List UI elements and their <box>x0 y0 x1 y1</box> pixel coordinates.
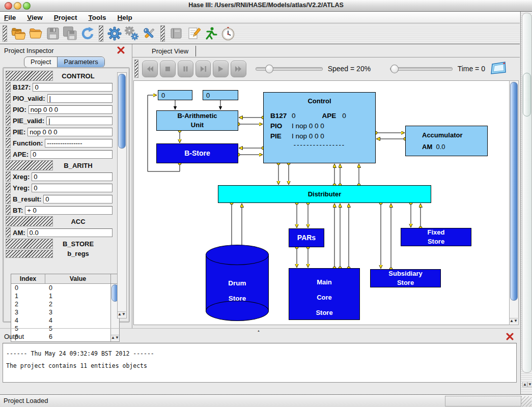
entity-drum-store[interactable]: DrumStore <box>206 254 269 311</box>
drag-handle[interactable] <box>6 216 53 226</box>
table-row[interactable]: 22 <box>11 300 110 308</box>
preferences-gears-icon[interactable] <box>124 26 139 41</box>
entity-main-core-store[interactable]: Main Core Store <box>289 268 360 320</box>
table-row[interactable]: 44 <box>11 316 110 325</box>
drag-handle[interactable] <box>6 104 11 114</box>
drag-handle[interactable] <box>6 127 11 137</box>
play-button[interactable] <box>213 61 229 77</box>
output-log[interactable]: ------ Thu May 24 09:32:49 BST 2012 ----… <box>3 343 517 383</box>
tools-icon[interactable] <box>142 26 157 41</box>
resize-grip[interactable] <box>521 396 531 406</box>
reload-icon[interactable] <box>80 26 95 41</box>
time-slider-thumb[interactable] <box>390 65 399 73</box>
tab-project-view[interactable]: Project View <box>145 46 196 56</box>
open-folder-icon[interactable] <box>28 26 43 41</box>
entity-b-arithmetic-unit[interactable]: B-ArithmeticUnit <box>156 110 238 131</box>
drag-handle[interactable] <box>6 93 11 103</box>
scroll-up-icon[interactable]: ▲ <box>510 318 514 323</box>
xreg-input[interactable] <box>32 172 113 181</box>
column-header-value[interactable]: Value <box>45 274 111 283</box>
function-input[interactable] <box>45 139 113 148</box>
project-inspector-title: Project Inspector <box>4 47 54 54</box>
speed-slider-thumb[interactable] <box>265 65 273 73</box>
entity-control[interactable]: Control B1270APE0 PIOI nop 0 0 0 PIEI no… <box>263 92 376 163</box>
scroll-up-icon[interactable]: ▲ <box>522 382 527 387</box>
menu-view[interactable]: View <box>21 14 48 21</box>
save-icon[interactable] <box>45 26 61 41</box>
speed-slider[interactable] <box>256 67 323 71</box>
drag-handle[interactable] <box>6 171 11 182</box>
menu-file[interactable]: File <box>0 14 21 21</box>
yreg-input[interactable] <box>32 184 113 192</box>
open-project-icon[interactable] <box>11 26 26 41</box>
drag-handle[interactable] <box>6 149 11 159</box>
drag-handle[interactable] <box>6 82 11 92</box>
scrollbar-thumb[interactable] <box>510 82 518 301</box>
pie-input[interactable] <box>27 128 113 136</box>
scrollbar-thumb[interactable] <box>523 73 531 117</box>
drag-handle[interactable] <box>6 115 11 126</box>
b-result-input[interactable] <box>43 195 113 204</box>
drag-handle[interactable] <box>6 183 11 193</box>
inspector-scrollbar[interactable]: ▲▼ <box>117 72 127 318</box>
drag-handle[interactable] <box>6 194 11 204</box>
scroll-down-icon[interactable]: ▼ <box>527 382 532 387</box>
drag-handle[interactable] <box>134 60 138 78</box>
model-diagram-canvas[interactable]: 0 0 B-ArithmeticUnit B-Store Control B12… <box>133 80 510 325</box>
ape-input[interactable] <box>31 150 113 159</box>
drag-handle[interactable] <box>6 227 11 238</box>
drag-handle[interactable] <box>6 250 53 258</box>
display-window-icon[interactable] <box>490 61 507 77</box>
table-row[interactable]: 11 <box>11 292 110 300</box>
pie-valid-input[interactable] <box>46 117 113 125</box>
library-book-icon[interactable] <box>169 26 184 41</box>
b127-input[interactable] <box>33 83 113 92</box>
table-row[interactable]: 33 <box>11 308 110 316</box>
status-bar: Project Loaded <box>0 394 532 407</box>
menu-project[interactable]: Project <box>48 14 83 21</box>
scroll-down-icon[interactable]: ▼ <box>514 318 518 323</box>
time-slider[interactable] <box>390 67 453 71</box>
output-close-icon[interactable] <box>506 333 514 340</box>
table-row[interactable]: 00 <box>11 284 110 292</box>
settings-gear-icon[interactable] <box>107 26 122 41</box>
run-icon[interactable] <box>203 26 218 41</box>
inspector-close-icon[interactable] <box>117 46 125 54</box>
entity-register-2[interactable]: 0 <box>203 90 238 100</box>
menu-help[interactable]: Help <box>112 14 138 21</box>
am-input[interactable] <box>27 228 113 237</box>
tab-project[interactable]: Project <box>24 57 57 67</box>
drag-handle[interactable] <box>6 138 11 148</box>
column-header-index[interactable]: Index <box>11 274 45 283</box>
scrollbar-thumb[interactable] <box>118 74 126 149</box>
step-forward-button[interactable] <box>195 61 211 77</box>
entity-fixed-store[interactable]: FixedStore <box>401 228 471 246</box>
save-all-icon[interactable] <box>63 26 78 41</box>
entity-distributer[interactable]: Distributer <box>218 185 431 203</box>
canvas-scrollbar[interactable]: ▲▼ <box>509 80 519 325</box>
rewind-button[interactable] <box>142 61 158 77</box>
entity-register-1[interactable]: 0 <box>158 90 192 100</box>
drag-handle[interactable] <box>6 205 11 215</box>
edit-notes-icon[interactable] <box>186 26 201 41</box>
clock-icon[interactable] <box>220 26 236 41</box>
menu-tools[interactable]: Tools <box>83 14 112 21</box>
pio-input[interactable] <box>29 105 113 114</box>
stop-button[interactable] <box>160 61 176 77</box>
entity-pars[interactable]: PARs <box>289 228 324 247</box>
scroll-up-icon[interactable]: ▲ <box>118 311 122 316</box>
pause-button[interactable] <box>178 61 193 77</box>
drag-handle[interactable] <box>6 160 53 170</box>
entity-b-store[interactable]: B-Store <box>156 143 238 163</box>
scrollbar-track[interactable] <box>522 13 532 373</box>
drag-handle[interactable] <box>6 239 53 249</box>
scroll-down-icon[interactable]: ▼ <box>122 311 126 316</box>
bt-input[interactable] <box>25 206 113 215</box>
tab-parameters[interactable]: Parameters <box>57 57 104 67</box>
entity-accumulator[interactable]: Accumulator AM 0.0 <box>405 126 488 156</box>
drag-handle[interactable] <box>6 71 53 81</box>
fast-forward-button[interactable] <box>231 61 246 77</box>
window-scrollbar[interactable]: ▲▼ <box>520 12 532 394</box>
entity-subsidiary-store[interactable]: SubsidiaryStore <box>370 269 441 287</box>
pio-valid-input[interactable] <box>47 94 113 103</box>
